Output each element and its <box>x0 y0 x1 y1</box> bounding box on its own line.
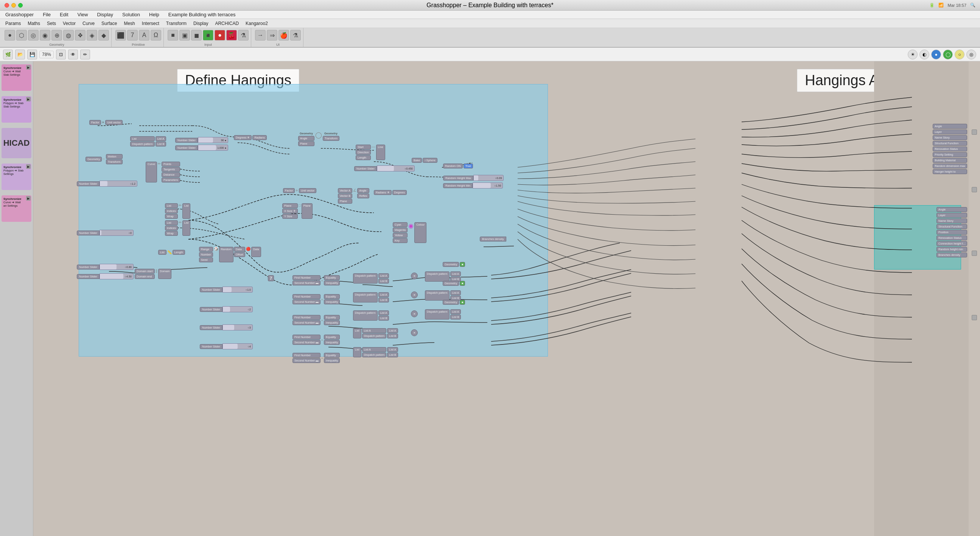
list-dispatch-3[interactable]: Dispatch pattern <box>425 290 450 301</box>
slider-3[interactable]: Number Slider ○3 <box>200 324 253 330</box>
tangents-node[interactable]: Tangents <box>162 167 180 172</box>
geometry-shader-label-2[interactable]: Geometry <box>443 281 459 286</box>
rt-btn-6[interactable]: ◎ <box>966 49 976 59</box>
second-number-5[interactable]: Second Number ▬ <box>293 358 320 363</box>
menu-view[interactable]: View <box>76 12 90 18</box>
radians-mid-node[interactable]: Radians ✈ <box>374 190 391 195</box>
vector-a-node[interactable]: Vector A <box>338 188 352 193</box>
key-node[interactable]: Key <box>393 238 407 243</box>
shader-icon-1[interactable]: ■ <box>460 262 465 267</box>
geometry-shader-label-1[interactable]: Geometry <box>443 262 459 267</box>
slider-10-track[interactable]: ○1.0 <box>223 287 253 293</box>
slider-90[interactable]: Number Slider 90 ● <box>175 137 228 143</box>
slider-0450[interactable]: Number Slider ○0.450 <box>354 166 415 171</box>
rp-structural-2[interactable]: Structural Function <box>937 224 967 229</box>
toolbar-prim-4[interactable]: Ω <box>151 30 161 40</box>
list-dispatch-4[interactable]: Dispatch pattern <box>425 309 450 319</box>
plane-node-2[interactable]: Plane <box>338 199 352 204</box>
dispatch-pattern-4a[interactable]: List A <box>362 328 387 333</box>
sidebar-panel-4-btn[interactable]: ▶ <box>26 196 31 201</box>
toolbar-icon-2[interactable]: ⬡ <box>16 30 27 40</box>
second-number-3[interactable]: Second Number ▬ <box>293 320 320 325</box>
toolbar-icon-8[interactable]: ◈ <box>87 30 97 40</box>
toolbar-input-1[interactable]: ■ <box>168 30 178 40</box>
menu-grasshopper[interactable]: Grasshopper <box>4 12 35 18</box>
open-file-btn[interactable]: 📂 <box>15 49 25 59</box>
geometry-node-1[interactable]: Geometry <box>86 157 102 162</box>
toolbar-input-6[interactable]: 🍒 <box>226 30 237 40</box>
list-in-5[interactable]: List <box>353 347 361 357</box>
rp-name-story-2[interactable]: Name Story <box>937 219 967 223</box>
xsize-node[interactable]: X Size ✈ <box>282 209 298 214</box>
cyan-node[interactable]: Cyan <box>393 222 407 227</box>
toolbar-ui-4[interactable]: ⚗ <box>290 30 301 40</box>
slider-00-track[interactable]: ○0 <box>100 230 134 236</box>
domain-end-node[interactable]: Domain end <box>135 274 155 279</box>
shader-icon-3[interactable]: ■ <box>460 300 465 305</box>
equality-1[interactable]: Equality <box>324 275 340 280</box>
toolbar-input-2[interactable]: ▣ <box>179 30 190 40</box>
toolbar-input-3[interactable]: ◼ <box>191 30 202 40</box>
plane-in-node[interactable]: Plane <box>282 203 298 208</box>
toolbar-ui-2[interactable]: ⇒ <box>267 30 277 40</box>
list-out-1[interactable]: List <box>182 203 191 219</box>
random-height-min-node[interactable]: Random Height Min ○1.50 <box>443 182 503 188</box>
rp-layer-1[interactable]: Layer <box>933 129 967 134</box>
rp-hanger-height[interactable]: Hanger height to <box>933 169 967 174</box>
ysize-node[interactable]: Y Size <box>282 214 298 219</box>
random-on-label[interactable]: Random ON <box>443 164 463 168</box>
list-b-2[interactable]: List B <box>379 298 389 302</box>
rp-random-dim[interactable]: Random dimension max <box>933 164 967 168</box>
yellow-node[interactable]: Yellow <box>393 233 407 238</box>
gh-menu-display[interactable]: Display <box>190 20 211 27</box>
list-a-4[interactable]: List A <box>387 328 398 333</box>
random-height-min-track[interactable]: ○1.50 <box>473 182 503 188</box>
list-in-len-node[interactable]: List <box>158 250 167 255</box>
menu-help[interactable]: Help <box>148 12 161 18</box>
list-label-1[interactable]: List <box>165 203 178 208</box>
toolbar-icon-1[interactable]: ● <box>5 30 15 40</box>
first-number-1[interactable]: First Number <box>293 275 320 280</box>
list-a-out-1[interactable]: List A <box>450 271 461 276</box>
rt-btn-5[interactable]: ○ <box>955 49 964 59</box>
dispatch-pattern-5a[interactable]: List A <box>362 347 387 352</box>
reflex-node[interactable]: Reflex <box>357 193 369 198</box>
list-a-node-1[interactable]: List A <box>156 136 167 141</box>
list-a-out-2[interactable]: List A <box>450 290 461 295</box>
rp-structural-1[interactable]: Structural Function <box>933 141 967 146</box>
offset-in-node[interactable]: Offset <box>234 252 245 257</box>
sphere-node[interactable]: ○Sphere <box>423 158 438 163</box>
length-node[interactable]: Length <box>356 155 371 160</box>
factor-node[interactable]: Factor <box>89 120 101 125</box>
first-number-3[interactable]: First Number <box>293 315 320 320</box>
random-height-max-node[interactable]: Random Height Max ○0.09 <box>443 175 504 181</box>
slider-00[interactable]: Number Slider ○0 <box>77 230 134 236</box>
second-number-1[interactable]: Second Number ▬ <box>293 281 320 286</box>
rp-priority-1[interactable]: Priority Setting <box>933 152 967 157</box>
list-dispatch-2[interactable]: Dispatch pattern <box>425 271 450 282</box>
first-number-5[interactable]: First Number <box>293 353 320 358</box>
transform-node-2[interactable]: Transform <box>323 136 339 141</box>
inequality-3[interactable]: Inequality <box>324 320 340 325</box>
slider-4-track[interactable]: ○4 <box>223 343 253 349</box>
zoom-fit-btn[interactable]: ⊡ <box>56 49 66 59</box>
toolbar-icon-4[interactable]: ◉ <box>40 30 50 40</box>
list-out-2[interactable]: List <box>182 220 191 236</box>
slider-080-track[interactable]: ○0.80 <box>100 264 134 270</box>
minimize-button[interactable] <box>11 3 16 8</box>
angle-node-2[interactable]: Angle <box>357 188 369 193</box>
toolbar-input-7[interactable]: ⚗ <box>238 30 248 40</box>
rp-renovation-1[interactable]: Renovation Status <box>933 147 967 152</box>
radians-node[interactable]: Radians <box>252 135 267 140</box>
maximize-button[interactable] <box>18 3 23 8</box>
preview-btn[interactable]: 👁 <box>68 49 78 59</box>
inequality-5[interactable]: Inequality <box>324 358 340 363</box>
start-node[interactable]: Start <box>356 145 371 150</box>
rt-btn-3[interactable]: ● <box>931 49 941 59</box>
list-b-4[interactable]: List B <box>387 333 398 338</box>
gh-menu-vector[interactable]: Vector <box>60 20 79 27</box>
slider-10[interactable]: Number Slider ○1.0 <box>200 287 253 293</box>
toolbar-prim-1[interactable]: ⬛ <box>115 30 126 40</box>
gh-menu-maths[interactable]: Maths <box>25 20 43 27</box>
domain-start-node[interactable]: Domain start <box>135 269 155 274</box>
